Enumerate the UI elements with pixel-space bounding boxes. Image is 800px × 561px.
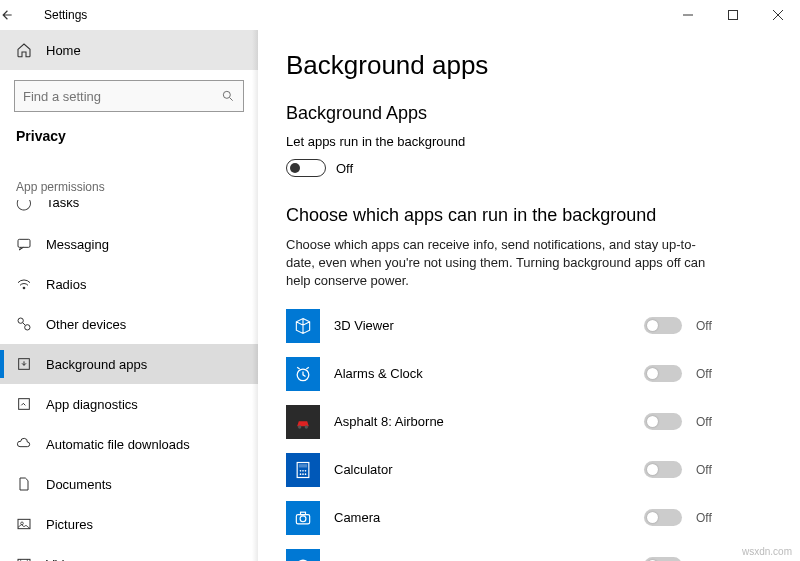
- sidebar-item-label: Tasks: [46, 200, 79, 210]
- app-name: 3D Viewer: [334, 318, 630, 333]
- back-button[interactable]: [0, 8, 40, 22]
- sidebar-item-pictures[interactable]: Pictures: [0, 504, 258, 544]
- svg-point-7: [23, 287, 26, 290]
- maximize-button[interactable]: [710, 0, 755, 30]
- svg-rect-6: [18, 239, 30, 247]
- app-diagnostics-icon: [16, 396, 32, 412]
- title-bar: Settings: [0, 0, 800, 30]
- app-name: Alarms & Clock: [334, 366, 630, 381]
- app-row-3d-viewer: 3D Viewer Off: [286, 309, 726, 343]
- svg-point-14: [21, 522, 24, 525]
- sidebar-category: Privacy: [0, 122, 258, 156]
- window-title: Settings: [44, 8, 87, 22]
- master-toggle[interactable]: [286, 159, 326, 177]
- svg-point-19: [298, 425, 301, 428]
- sidebar-item-label: Automatic file downloads: [46, 437, 190, 452]
- app-toggle[interactable]: [644, 557, 682, 561]
- background-apps-icon: [16, 356, 32, 372]
- search-box[interactable]: [14, 80, 244, 112]
- sidebar-item-label: Radios: [46, 277, 86, 292]
- app-state: Off: [696, 319, 726, 333]
- maximize-icon: [728, 10, 738, 20]
- app-list: 3D Viewer Off Alarms & Clock Off Asphalt…: [286, 309, 772, 561]
- videos-icon: [16, 556, 32, 561]
- sidebar-home-label: Home: [46, 43, 81, 58]
- app-state: Off: [696, 415, 726, 429]
- app-toggle[interactable]: [644, 461, 682, 478]
- close-icon: [773, 10, 783, 20]
- asphalt-icon: [286, 405, 320, 439]
- search-input[interactable]: [23, 89, 221, 104]
- app-state: Off: [696, 463, 726, 477]
- svg-rect-1: [728, 11, 737, 20]
- watermark: wsxdn.com: [742, 546, 792, 557]
- svg-point-4: [223, 91, 230, 98]
- svg-point-8: [18, 318, 23, 323]
- minimize-button[interactable]: [665, 0, 710, 30]
- sidebar-item-home[interactable]: Home: [0, 30, 258, 70]
- svg-rect-22: [299, 464, 307, 467]
- cortana-icon: [286, 549, 320, 561]
- minimize-icon: [683, 10, 693, 20]
- master-toggle-state: Off: [336, 161, 353, 176]
- app-name: Asphalt 8: Airborne: [334, 414, 630, 429]
- sidebar-item-label: Pictures: [46, 517, 93, 532]
- svg-point-26: [300, 473, 302, 475]
- sidebar-item-messaging[interactable]: Messaging: [0, 224, 258, 264]
- svg-point-9: [25, 325, 30, 330]
- sidebar-item-label: Documents: [46, 477, 112, 492]
- app-toggle[interactable]: [644, 365, 682, 382]
- app-row-asphalt: Asphalt 8: Airborne Off: [286, 405, 726, 439]
- svg-point-28: [305, 473, 307, 475]
- sidebar-item-label: Background apps: [46, 357, 147, 372]
- messaging-icon: [16, 236, 32, 252]
- radios-icon: [16, 276, 32, 292]
- search-icon: [221, 89, 235, 103]
- app-toggle[interactable]: [644, 509, 682, 526]
- section-description: Choose which apps can receive info, send…: [286, 236, 716, 291]
- svg-point-23: [300, 470, 302, 472]
- sidebar-item-label: Other devices: [46, 317, 126, 332]
- svg-point-27: [302, 473, 304, 475]
- sidebar-item-other-devices[interactable]: Other devices: [0, 304, 258, 344]
- pictures-icon: [16, 516, 32, 532]
- camera-icon: [286, 501, 320, 535]
- app-state: Off: [696, 367, 726, 381]
- sidebar-item-label: Messaging: [46, 237, 109, 252]
- svg-line-5: [230, 98, 233, 101]
- sidebar-item-auto-downloads[interactable]: Automatic file downloads: [0, 424, 258, 464]
- section-title-choose-apps: Choose which apps can run in the backgro…: [286, 205, 772, 226]
- svg-point-30: [300, 515, 306, 521]
- app-toggle[interactable]: [644, 413, 682, 430]
- sidebar-item-app-diagnostics[interactable]: App diagnostics: [0, 384, 258, 424]
- app-name: Camera: [334, 510, 630, 525]
- sidebar-item-background-apps[interactable]: Background apps: [0, 344, 258, 384]
- arrow-left-icon: [0, 8, 14, 22]
- sidebar: Home Privacy App permissions ◯ Tasks Mes…: [0, 30, 258, 561]
- sidebar-item-label: Videos: [46, 557, 86, 562]
- documents-icon: [16, 476, 32, 492]
- app-row-cortana: Cortana Off: [286, 549, 726, 561]
- sidebar-item-documents[interactable]: Documents: [0, 464, 258, 504]
- sidebar-item-videos[interactable]: Videos: [0, 544, 258, 561]
- svg-point-25: [305, 470, 307, 472]
- 3d-viewer-icon: [286, 309, 320, 343]
- app-row-camera: Camera Off: [286, 501, 726, 535]
- sidebar-nav-list: ◯ Tasks Messaging Radios Other devices B…: [0, 200, 258, 561]
- alarms-icon: [286, 357, 320, 391]
- sidebar-item-label: App diagnostics: [46, 397, 138, 412]
- svg-point-20: [305, 425, 308, 428]
- app-name: Calculator: [334, 462, 630, 477]
- app-state: Off: [696, 511, 726, 525]
- svg-rect-31: [301, 512, 306, 515]
- svg-line-10: [23, 323, 26, 326]
- sidebar-item-radios[interactable]: Radios: [0, 264, 258, 304]
- close-button[interactable]: [755, 0, 800, 30]
- app-toggle[interactable]: [644, 317, 682, 334]
- app-row-alarms: Alarms & Clock Off: [286, 357, 726, 391]
- sidebar-item-tasks[interactable]: ◯ Tasks: [0, 200, 258, 224]
- sidebar-section-label: App permissions: [0, 156, 258, 200]
- app-row-calculator: Calculator Off: [286, 453, 726, 487]
- master-toggle-label: Let apps run in the background: [286, 134, 772, 149]
- other-devices-icon: [16, 316, 32, 332]
